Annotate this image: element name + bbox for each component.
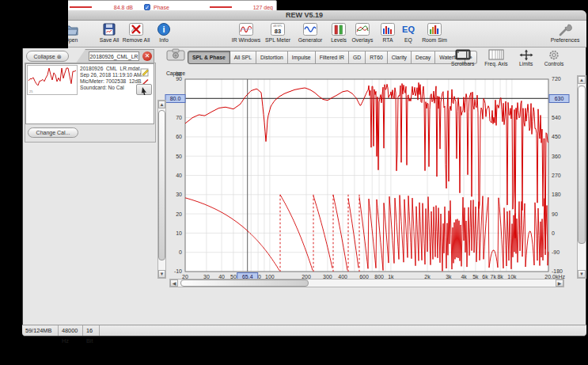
legend-label: Phase	[154, 5, 210, 10]
scroll-left-icon[interactable]: ◀	[170, 279, 178, 287]
graph-tab-decay[interactable]: Decay	[412, 51, 435, 64]
graph-toolbar-buttons: Scrollbars Freq. Axis Limits Controls	[451, 49, 563, 67]
measurement-filename: 20180926_CML_LR.mdat	[80, 66, 142, 71]
graph-tab-impulse[interactable]: Impulse	[288, 51, 316, 64]
status-cell: 48000 Hz	[59, 325, 83, 336]
capture-button[interactable]: Capture	[163, 48, 188, 70]
svg-text:180: 180	[552, 192, 561, 197]
toolbar-label: Room Sim	[414, 37, 455, 44]
graph-tab-clarity[interactable]: Clarity	[388, 51, 412, 64]
measurement-thumbnail[interactable]: 25	[27, 65, 78, 95]
legend-value: 84.8 dB	[98, 5, 133, 10]
spl-phase-chart[interactable]: dB90706050403020100-10720540450360270180…	[155, 70, 588, 293]
right-scrollbar-thumb[interactable]	[578, 86, 586, 244]
left-scrollbar[interactable]: ▲ ▼	[157, 100, 166, 279]
svg-text:0: 0	[552, 230, 555, 236]
svg-text:50: 50	[176, 154, 182, 159]
toolbar-label: Preferences	[544, 37, 586, 44]
room-sim-icon	[414, 22, 455, 37]
freq-axis-button[interactable]: Freq. Axis	[484, 49, 507, 67]
svg-text:30: 30	[176, 192, 182, 197]
right-axis-limit-box[interactable]: 630	[549, 95, 569, 103]
window-title: REW V5.19	[22, 10, 586, 21]
svg-text:630: 630	[555, 96, 564, 101]
collapse-label: Collapse	[33, 54, 55, 59]
bottom-scrollbar-thumb[interactable]	[180, 279, 309, 287]
svg-text:540: 540	[552, 115, 561, 120]
close-measurement-icon[interactable]: ✕	[142, 51, 152, 61]
svg-text:720: 720	[552, 76, 561, 82]
status-cell: 59/124MB	[22, 325, 59, 336]
svg-text:-90: -90	[552, 249, 560, 255]
status-cell: 16 Bit	[83, 325, 100, 336]
graph-tab-gd[interactable]: GD	[349, 51, 366, 64]
svg-text:40: 40	[176, 173, 182, 178]
collapse-button[interactable]: Collapse ⊛	[26, 51, 69, 62]
toolbar-label: Info	[143, 37, 184, 44]
svg-text:i: i	[162, 25, 165, 34]
thumbnail-tick-label: 25	[29, 89, 33, 93]
svg-text:83: 83	[275, 28, 281, 35]
graph-tab-rt60[interactable]: RT60	[366, 51, 388, 64]
svg-text:450: 450	[552, 134, 561, 139]
scroll-up-icon[interactable]: ▲	[158, 101, 165, 108]
trace-swatch	[70, 6, 92, 8]
measurement-soundcard: Soundcard: No Cal	[80, 85, 142, 90]
svg-text:90: 90	[552, 211, 558, 217]
legend-checkbox[interactable]: ✓	[144, 4, 150, 10]
scroll-down-icon[interactable]: ▼	[578, 270, 586, 278]
legend-value: 127 deg	[238, 5, 273, 10]
left-axis-limit-box[interactable]: 80.0	[165, 95, 185, 103]
info-icon: i	[143, 22, 184, 37]
redaction-box	[0, 0, 68, 48]
svg-text:80.0: 80.0	[170, 96, 181, 101]
svg-text:70: 70	[176, 115, 182, 120]
title-bar[interactable]: REW V5.19	[22, 10, 586, 21]
left-scrollbar-thumb[interactable]	[158, 110, 165, 260]
measurement-name-field[interactable]: 20180926_CML_LR	[89, 51, 139, 61]
limits-button[interactable]: Limits	[518, 49, 534, 67]
change-cal-button[interactable]: Change Cal...	[28, 127, 78, 138]
trace-swatch	[210, 6, 232, 8]
toolbar-button-info[interactable]: i Info	[143, 22, 184, 47]
desktop: REW V5.19 Collapse ⊛ 20180926_CML_LR ✕ 2…	[0, 0, 588, 365]
right-scrollbar[interactable]: ▲ ▼	[577, 75, 586, 279]
preferences-icon	[544, 22, 586, 37]
collapse-icon: ⊛	[57, 54, 62, 59]
graph-tab-distortion[interactable]: Distortion	[256, 51, 288, 64]
scroll-up-icon[interactable]: ▲	[578, 76, 586, 84]
svg-text:10: 10	[176, 230, 182, 236]
scroll-right-icon[interactable]: ▶	[556, 279, 563, 287]
toolbar-button-room-sim[interactable]: Room Sim	[414, 22, 455, 47]
svg-text:-10: -10	[174, 268, 182, 274]
svg-text:270: 270	[552, 173, 561, 178]
bottom-scrollbar[interactable]: ◀ ▶	[169, 279, 564, 287]
scrollbars-button[interactable]: Scrollbars	[451, 49, 474, 67]
graph-tab-spl-phase[interactable]: SPL & Phase	[188, 51, 230, 64]
svg-text:20: 20	[176, 211, 182, 217]
button-label: Freq. Axis	[484, 61, 507, 67]
cursor-tool-button[interactable]	[136, 84, 152, 95]
scroll-down-icon[interactable]: ▼	[158, 270, 165, 278]
svg-text:EQ: EQ	[402, 25, 415, 34]
measurement-mic: Mic/Meter: 7002538_12dB.t	[80, 78, 142, 84]
controls-icon	[544, 49, 564, 61]
graph-tabs: SPL & PhaseAll SPLDistortionImpulseFilte…	[188, 51, 477, 64]
graph-tab-all-spl[interactable]: All SPL	[230, 51, 256, 64]
measurement-date: Sep 26, 2018 11:19:10 AM	[80, 72, 142, 78]
svg-text:60: 60	[176, 134, 182, 139]
toolbar-button-preferences[interactable]: Preferences	[544, 22, 586, 47]
svg-text:90: 90	[176, 76, 182, 82]
button-label: Limits	[518, 61, 534, 67]
button-label: Scrollbars	[451, 61, 474, 67]
limits-icon	[518, 49, 534, 61]
svg-text:0: 0	[179, 249, 182, 255]
status-bar: 59/124MB48000 Hz16 Bit	[22, 325, 586, 336]
capture-camera-icon	[166, 50, 185, 63]
graph-tab-filtered-ir[interactable]: Filtered IR	[316, 51, 349, 64]
svg-text:360: 360	[552, 154, 561, 159]
freq-axis-icon	[484, 49, 507, 61]
scrollbars-icon	[451, 49, 474, 61]
button-label: Controls	[544, 61, 564, 67]
controls-button[interactable]: Controls	[544, 49, 564, 67]
